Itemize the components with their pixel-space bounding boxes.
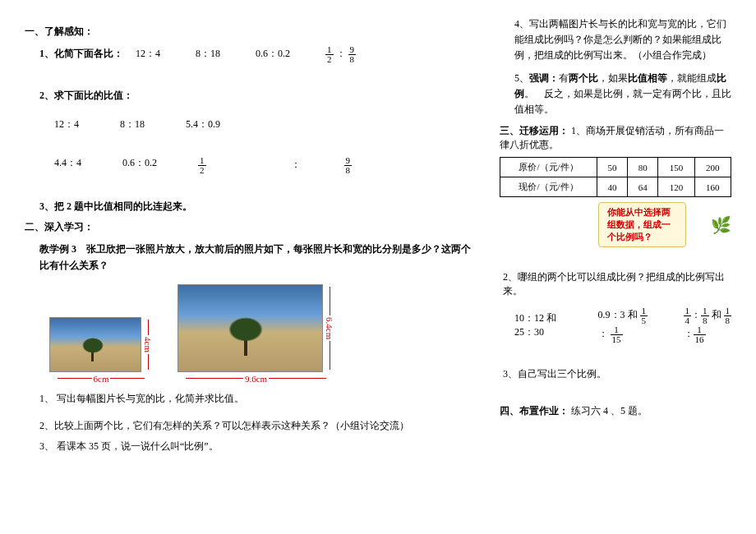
q2-r1-b: 8：18	[120, 117, 145, 131]
section-3: 三、迁移运用： 1、商场开展促销活动，所有商品一律八折优惠。	[500, 124, 731, 152]
t2-options: 10：12 和 25：30 0.9：3 和 15 ： 115 14：18 和 1…	[514, 306, 731, 344]
q2-r1-a: 12：4	[54, 117, 79, 131]
q2-r1-c: 5.4：0.9	[186, 117, 220, 131]
q1-frac: 12 ： 98	[325, 48, 356, 59]
table-row: 原价/（元/件） 50 80 150 200	[500, 158, 731, 177]
photo-small	[49, 317, 141, 372]
t2-a: 10：12 和 25：30	[514, 311, 565, 339]
td: 80	[628, 158, 658, 177]
td: 200	[694, 158, 731, 177]
t2: 2、哪组的两个比可以组成比例？把组成的比例写出来。	[503, 270, 731, 298]
t3: 3、自己写出三个比例。	[503, 367, 731, 381]
q2-r2-b: 0.6：0.2	[122, 156, 157, 175]
q1-b: 8：18	[196, 48, 220, 59]
td: 50	[597, 158, 628, 177]
r5: 5、强调：有两个比，如果比值相等，就能组成比例。 反之，如果是比例，就一定有两个…	[514, 71, 731, 118]
section-3-title: 三、迁移运用：	[500, 125, 569, 136]
photo-large	[177, 284, 323, 372]
photo-large-block: 6.4cm 9.6cm	[177, 284, 334, 384]
t2-b: 0.9：3 和 15 ： 115	[598, 306, 651, 344]
callout-row: 你能从中选择两组数据，组成一个比例吗？ 🌿	[598, 202, 731, 247]
q2-row1: 12：4 8：18 5.4：0.9	[54, 117, 475, 131]
td: 150	[658, 158, 694, 177]
th-original: 原价/（元/件）	[500, 158, 597, 177]
q3-label: 3、把 2 题中比值相同的比连起来。	[39, 200, 475, 214]
example-text: 教学例 3 张卫欣把一张照片放大，放大前后的照片如下，每张照片长和宽的比分别是多…	[39, 241, 475, 274]
photo-group: 4cm 6cm 6.4cm 9.6cm	[49, 284, 475, 384]
q1-a: 12：4	[136, 48, 160, 59]
section-4: 四、布置作业： 练习六 4 、5 题。	[500, 404, 731, 418]
td: 120	[658, 177, 694, 197]
p3: 3、 看课本 35 页，说一说什么叫“比例”。	[39, 440, 475, 453]
dim-large-h: 6.4cm	[325, 285, 334, 371]
dim-large-w: 9.6cm	[184, 374, 328, 384]
p2: 2、比较上面两个比，它们有怎样的关系？可以怎样表示这种关系？（小组讨论交流）	[39, 419, 475, 433]
table-row: 现价/（元/件） 40 64 120 160	[500, 177, 731, 197]
plant-icon: 🌿	[711, 215, 731, 235]
section-4-title: 四、布置作业：	[500, 405, 569, 417]
q1-label: 1、化简下面各比： 12：4 8：18 0.6：0.2 12 ： 98	[39, 45, 475, 64]
td: 64	[628, 177, 658, 197]
q2-r2-frac: 12 ： 98	[198, 156, 434, 175]
callout-bubble: 你能从中选择两组数据，组成一个比例吗？	[598, 202, 686, 247]
q2-r2-a: 4.4：4	[54, 156, 81, 175]
th-current: 现价/（元/件）	[500, 177, 597, 197]
q1-label-text: 1、化简下面各比：	[39, 48, 123, 59]
q2-label: 2、求下面比的比值：	[39, 89, 475, 103]
r4: 4、写出两幅图片长与长的比和宽与宽的比，它们能组成比例吗？你是怎么判断的？如果能…	[514, 16, 731, 64]
dim-small-w: 6cm	[56, 374, 146, 384]
p1: 1、 写出每幅图片长与宽的比，化简并求比值。	[39, 392, 475, 406]
q1-c: 0.6：0.2	[256, 48, 290, 59]
price-table: 原价/（元/件） 50 80 150 200 现价/（元/件） 40 64 12…	[500, 157, 731, 197]
td: 160	[694, 177, 731, 197]
section-2-title: 二、深入学习：	[25, 220, 475, 234]
dim-small-h: 4cm	[143, 318, 153, 371]
q2-row2: 4.4：4 0.6：0.2 12 ： 98	[54, 156, 475, 175]
section-1-title: 一、了解感知：	[25, 25, 475, 39]
t2-c: 14：18 和 18：116	[684, 306, 731, 344]
photo-small-block: 4cm 6cm	[49, 317, 153, 384]
td: 40	[597, 177, 628, 197]
section-4-body: 练习六 4 、5 题。	[571, 405, 648, 417]
